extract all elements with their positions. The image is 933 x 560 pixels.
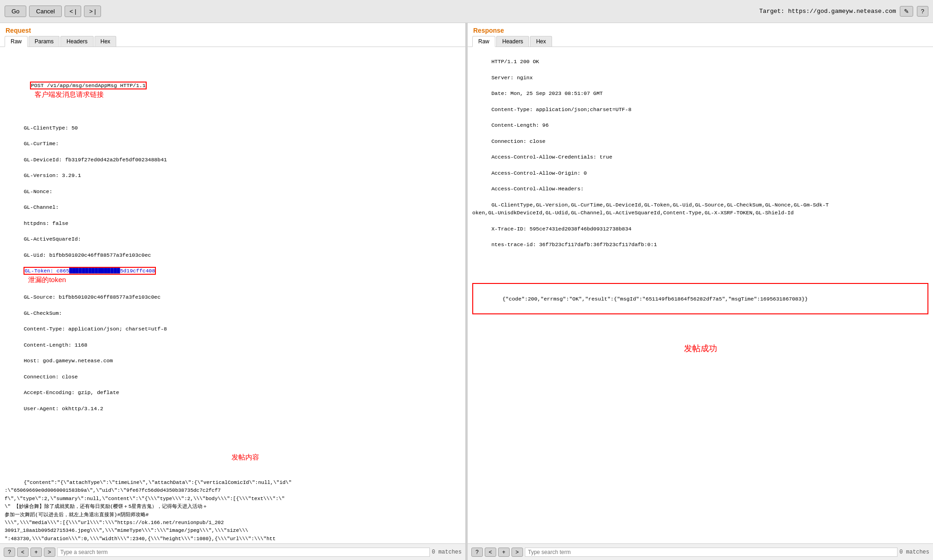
go-button[interactable]: Go	[5, 6, 26, 17]
request-help-button[interactable]: ?	[4, 548, 15, 557]
request-tabs: Raw Params Headers Hex	[0, 36, 465, 47]
request-tab-hex[interactable]: Hex	[95, 36, 116, 47]
response-line-date: Date: Mon, 25 Sep 2023 08:51:07 GMT	[491, 90, 603, 96]
response-line-origin: Access-Control-Allow-Origin: 0	[491, 170, 587, 176]
response-footer: ? < + > 0 matches	[468, 543, 933, 560]
response-tabs: Raw Headers Hex	[468, 36, 933, 47]
request-line-deviceid: GL-DeviceId: fb319f27ed0d42a2bfe5df00234…	[24, 157, 167, 163]
response-line-credentials: Access-Control-Allow-Credentials: true	[491, 154, 612, 160]
main-content: Request Raw Params Headers Hex POST /v1/…	[0, 23, 933, 560]
annotation-token: 泄漏的token	[28, 276, 66, 283]
annotation-url: 客户端发消息请求链接	[35, 90, 104, 98]
request-line-channel: GL-Channel:	[24, 204, 62, 210]
request-line-nonce: GL-Nonce:	[24, 189, 55, 195]
response-tab-raw[interactable]: Raw	[472, 36, 495, 47]
edit-target-button[interactable]: ✎	[900, 6, 913, 17]
request-footer: ? < + > 0 matches	[0, 543, 465, 560]
response-header: Response	[468, 23, 933, 36]
response-line-allowheaders-value: GL-ClientType,GL-Version,GL-CurTime,GL-D…	[472, 202, 829, 216]
nav-forward-button[interactable]: > |	[84, 6, 101, 17]
response-panel: Response Raw Headers Hex HTTP/1.1 200 OK…	[468, 23, 933, 560]
request-line-activesquareid: GL-ActiveSquareId:	[24, 236, 84, 242]
response-line-connection: Connection: close	[491, 138, 545, 144]
target-url: Target: https://god.gameyw.netease.com	[759, 8, 896, 15]
response-line-allowheaders-label: Access-Control-Allow-Headers:	[491, 186, 583, 192]
request-tab-headers[interactable]: Headers	[60, 36, 93, 47]
request-body[interactable]: POST /v1/app/msg/sendAppMsg HTTP/1.1 客户端…	[0, 47, 465, 543]
request-line-contentlength: Content-Length: 1168	[24, 342, 87, 348]
request-post-content: {"content":"{\"attachType\":\"timeLine\"…	[5, 480, 297, 543]
response-line-status: HTTP/1.1 200 OK	[491, 59, 539, 65]
response-tab-hex[interactable]: Hex	[530, 36, 552, 47]
request-token-highlight: GL-Token: c865████████████████5d19cffc40…	[24, 267, 156, 275]
request-search-input[interactable]	[57, 548, 430, 557]
request-line-httpdns: httpdns: false	[24, 220, 68, 226]
response-line-ntestrace: ntes-trace-id: 36f7b23cf117dafb:36f7b23c…	[491, 242, 657, 248]
request-line-clienttype: GL-ClientType: 50	[24, 125, 77, 131]
request-line-source: GL-Source: b1fbb501020c46ff88577a3fe103c…	[24, 294, 160, 300]
response-next-button[interactable]: >	[511, 548, 523, 557]
request-tab-params[interactable]: Params	[29, 36, 59, 47]
top-bar-right: Target: https://god.gameyw.netease.com ✎…	[759, 6, 928, 17]
response-body[interactable]: HTTP/1.1 200 OK Server: nginx Date: Mon,…	[468, 47, 933, 543]
top-bar-left: Go Cancel < | > |	[5, 6, 101, 17]
request-url-highlight: POST /v1/app/msg/sendAppMsg HTTP/1.1	[30, 82, 146, 89]
request-line-checksum: GL-CheckSum:	[24, 310, 65, 316]
response-line-contentlength: Content-Length: 96	[491, 122, 548, 128]
request-line-curtime: GL-CurTime:	[24, 141, 62, 147]
request-matches: 0 matches	[432, 549, 462, 555]
request-add-button[interactable]: +	[30, 548, 42, 557]
response-search-input[interactable]	[525, 548, 897, 557]
request-prev-button[interactable]: <	[17, 548, 29, 557]
request-tab-raw[interactable]: Raw	[5, 36, 28, 47]
content-label-container: 发帖内容	[5, 444, 461, 471]
nav-back-button[interactable]: < |	[65, 6, 82, 17]
request-next-button[interactable]: >	[44, 548, 55, 557]
response-help-button[interactable]: ?	[471, 548, 483, 557]
request-line-version: GL-Version: 3.29.1	[24, 172, 81, 178]
response-prev-button[interactable]: <	[485, 548, 496, 557]
help-button[interactable]: ?	[917, 6, 928, 17]
response-result-json: {"code":200,"errmsg":"OK","result":{"msg…	[502, 296, 808, 302]
response-add-button[interactable]: +	[498, 548, 510, 557]
top-bar: Go Cancel < | > | Target: https://god.ga…	[0, 0, 933, 23]
response-line-server: Server: nginx	[491, 75, 533, 81]
annotation-content: 发帖内容	[232, 453, 259, 461]
request-line-encoding: Accept-Encoding: gzip, deflate	[24, 389, 119, 395]
request-line-uid: GL-Uid: b1fbb501020c46ff88577a3fe103c0ec	[24, 252, 151, 258]
request-line-useragent: User-Agent: okhttp/3.14.2	[24, 406, 103, 412]
response-line-traceid: X-Trace-ID: 595ce7431ed2038f46bd09312738…	[491, 226, 631, 232]
request-header: Request	[0, 23, 465, 36]
response-matches: 0 matches	[899, 549, 929, 555]
request-line-connection: Connection: close	[24, 374, 77, 380]
response-success-text: 发帖成功	[472, 342, 928, 355]
request-panel: Request Raw Params Headers Hex POST /v1/…	[0, 23, 466, 560]
response-line-contenttype: Content-Type: application/json;charset=U…	[491, 106, 631, 112]
cancel-button[interactable]: Cancel	[29, 6, 61, 17]
response-result-box: {"code":200,"errmsg":"OK","result":{"msg…	[472, 283, 928, 314]
request-line-token: GL-Token: c865████████████████5d19cffc40…	[24, 268, 155, 274]
response-tab-headers[interactable]: Headers	[496, 36, 529, 47]
request-line-host: Host: god.gameyw.netease.com	[24, 358, 113, 364]
request-line-contenttype: Content-Type: application/json; charset=…	[24, 326, 167, 332]
